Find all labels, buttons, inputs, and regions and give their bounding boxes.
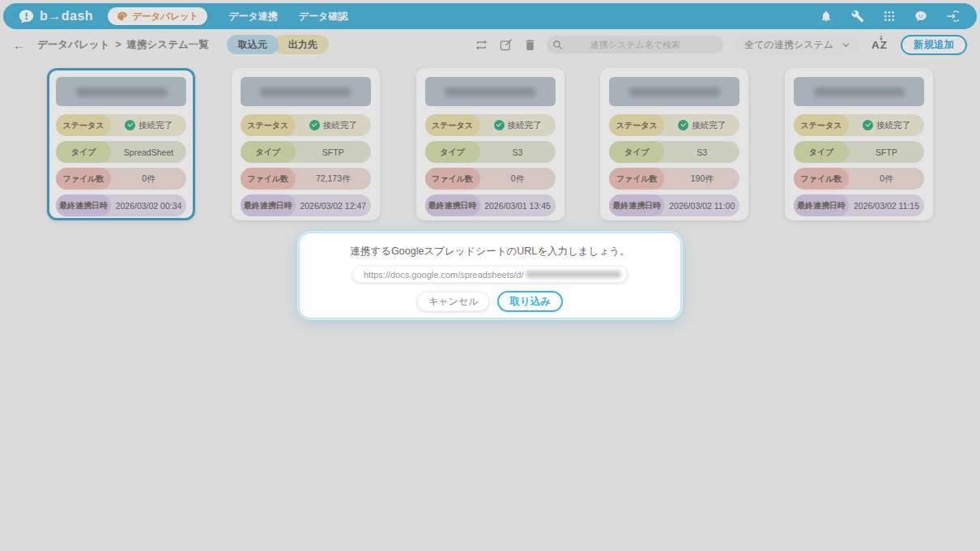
import-button[interactable]: 取り込み: [497, 291, 563, 312]
url-prefix-text: https://docs.google.com/spreadsheets/d/: [364, 270, 524, 280]
modal-buttons: キャンセル 取り込み: [417, 291, 563, 312]
redacted-url-segment: [526, 271, 621, 278]
modal-title: 連携するGoogleスプレッドシートのURLを入力しましょう。: [350, 245, 629, 258]
spreadsheet-url-input[interactable]: https://docs.google.com/spreadsheets/d/: [352, 266, 628, 283]
cancel-button[interactable]: キャンセル: [417, 292, 489, 311]
spreadsheet-url-modal: 連携するGoogleスプレッドシートのURLを入力しましょう。 https://…: [298, 232, 682, 319]
